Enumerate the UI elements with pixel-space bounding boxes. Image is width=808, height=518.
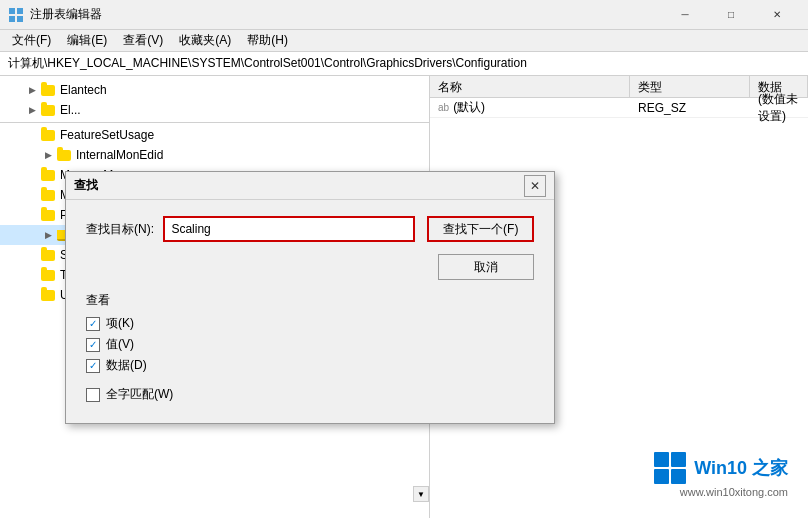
folder-icon	[40, 167, 56, 183]
checkbox-row-zhi: ✓ 值(V)	[86, 336, 534, 353]
fullmatch-row: 全字匹配(W)	[86, 386, 534, 403]
menu-favorites[interactable]: 收藏夹(A)	[171, 30, 239, 51]
cancel-button[interactable]: 取消	[438, 254, 534, 280]
look-title: 查看	[86, 292, 534, 309]
dialog-close-button[interactable]: ✕	[524, 175, 546, 197]
fullmatch-checkbox[interactable]	[86, 388, 100, 402]
tree-scroll-down[interactable]: ▼	[413, 486, 429, 502]
table-row[interactable]: ab (默认) REG_SZ (数值未设置)	[430, 98, 808, 118]
dialog-body: 查找目标(N): 查找下一个(F) 取消 查看 ✓ 项(K) ✓	[66, 200, 554, 423]
svg-rect-2	[9, 16, 15, 22]
checkbox-label-xiang: 项(K)	[106, 315, 134, 332]
dialog-title-bar: 查找 ✕	[66, 172, 554, 200]
folder-icon	[40, 267, 56, 283]
folder-icon	[40, 247, 56, 263]
expand-icon: ▶	[40, 227, 56, 243]
dialog-title: 查找	[74, 177, 524, 194]
look-section: 查看 ✓ 项(K) ✓ 值(V) ✓ 数据(D)	[86, 292, 534, 374]
window-controls: ─ □ ✕	[662, 0, 800, 30]
menu-edit[interactable]: 编辑(E)	[59, 30, 115, 51]
checkbox-label-shuju: 数据(D)	[106, 357, 147, 374]
folder-icon	[40, 207, 56, 223]
expand-icon: ▶	[24, 102, 40, 118]
checkbox-xiang[interactable]: ✓	[86, 317, 100, 331]
cell-data: (数值未设置)	[750, 91, 808, 125]
menu-view[interactable]: 查看(V)	[115, 30, 171, 51]
svg-rect-0	[9, 8, 15, 14]
menu-bar: 文件(F) 编辑(E) 查看(V) 收藏夹(A) 帮助(H)	[0, 30, 808, 52]
find-label: 查找目标(N):	[86, 221, 163, 238]
find-row: 查找目标(N): 查找下一个(F)	[86, 216, 534, 242]
app-icon	[8, 7, 24, 23]
folder-icon	[40, 102, 56, 118]
close-button[interactable]: ✕	[754, 0, 800, 30]
col-name[interactable]: 名称	[430, 76, 630, 97]
col-type[interactable]: 类型	[630, 76, 750, 97]
window-title: 注册表编辑器	[30, 6, 662, 23]
find-input[interactable]	[163, 216, 415, 242]
folder-icon	[40, 287, 56, 303]
checkbox-shuju[interactable]: ✓	[86, 359, 100, 373]
minimize-button[interactable]: ─	[662, 0, 708, 30]
folder-icon	[40, 127, 56, 143]
expand-icon: ▶	[24, 82, 40, 98]
svg-rect-1	[17, 8, 23, 14]
svg-rect-3	[17, 16, 23, 22]
expand-icon: ▶	[40, 147, 56, 163]
checkbox-zhi[interactable]: ✓	[86, 338, 100, 352]
address-bar: 计算机\HKEY_LOCAL_MACHINE\SYSTEM\ControlSet…	[0, 52, 808, 76]
checkbox-row-xiang: ✓ 项(K)	[86, 315, 534, 332]
checkbox-label-zhi: 值(V)	[106, 336, 134, 353]
tree-item-featuresetusage[interactable]: ▶ FeatureSetUsage	[0, 125, 429, 145]
title-bar: 注册表编辑器 ─ □ ✕	[0, 0, 808, 30]
address-path: 计算机\HKEY_LOCAL_MACHINE\SYSTEM\ControlSet…	[8, 55, 527, 72]
checkbox-row-shuju: ✓ 数据(D)	[86, 357, 534, 374]
folder-icon	[56, 147, 72, 163]
folder-icon	[40, 187, 56, 203]
tree-item-elantech[interactable]: ▶ Elantech	[0, 80, 429, 100]
fullmatch-label: 全字匹配(W)	[106, 386, 173, 403]
tree-item-internalmonedid[interactable]: ▶ InternalMonEdid	[0, 145, 429, 165]
menu-help[interactable]: 帮助(H)	[239, 30, 296, 51]
menu-file[interactable]: 文件(F)	[4, 30, 59, 51]
main-content: ▶ Elantech ▶ El... ▶ FeatureSetUsage ▶ I…	[0, 76, 808, 518]
find-next-button[interactable]: 查找下一个(F)	[427, 216, 534, 242]
cell-type: REG_SZ	[630, 101, 750, 115]
find-dialog[interactable]: 查找 ✕ 查找目标(N): 查找下一个(F) 取消 查看	[65, 171, 555, 424]
maximize-button[interactable]: □	[708, 0, 754, 30]
folder-icon	[40, 82, 56, 98]
cell-name: ab (默认)	[430, 99, 630, 116]
tree-item-el[interactable]: ▶ El...	[0, 100, 429, 120]
